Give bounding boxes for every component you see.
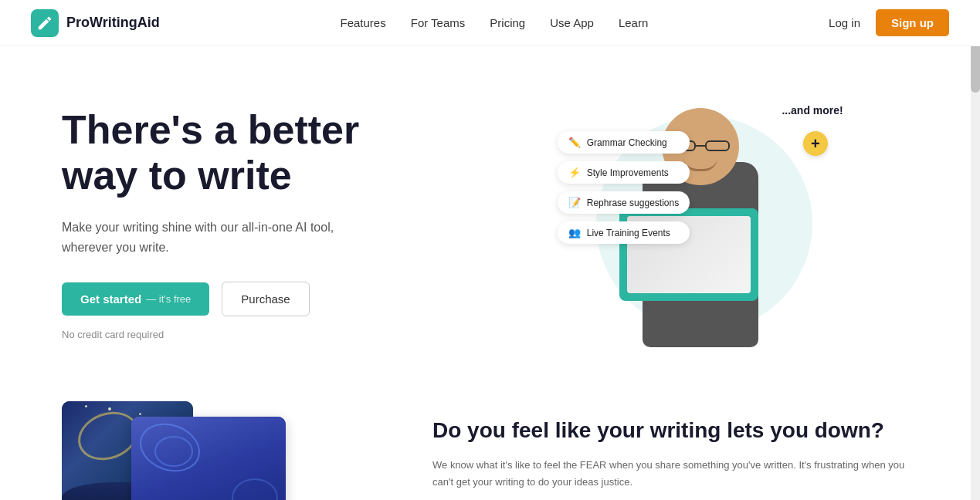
signup-button[interactable]: Sign up <box>876 9 949 36</box>
chip-rephrase-label: Rephrase suggestions <box>587 198 679 208</box>
style-icon: ⚡ <box>568 167 581 178</box>
chip-rephrase: 📝 Rephrase suggestions <box>558 191 690 214</box>
second-right: Do you feel like your writing lets you d… <box>432 401 918 492</box>
second-left: My idea in my head <box>62 401 371 500</box>
hero-title-line1: There's a better <box>62 107 359 152</box>
logo-icon <box>31 9 59 37</box>
nav-for-teams[interactable]: For Teams <box>411 16 466 29</box>
second-section: My idea in my head Do you feel like your… <box>0 386 980 500</box>
hero-buttons: Get started — it's free Purchase <box>62 282 490 316</box>
artwork-front: My idea in my head <box>131 417 286 500</box>
brand-name: ProWritingAid <box>66 15 160 31</box>
second-section-body: We know what it's like to feel the FEAR … <box>432 457 918 491</box>
rephrase-icon: 📝 <box>568 197 581 208</box>
hero-left: There's a better way to write Make your … <box>62 107 490 341</box>
chip-grammar: ✏️ Grammar Checking <box>558 131 690 154</box>
hero-illustration: ...and more! + ✏️ Grammar Checking ⚡ Sty… <box>490 93 919 355</box>
get-started-label: Get started <box>80 292 141 306</box>
chip-training: 👥 Live Training Events <box>558 221 690 244</box>
navbar: ProWritingAid Features For Teams Pricing… <box>0 0 980 46</box>
logo-area: ProWritingAid <box>31 9 160 37</box>
hero-title: There's a better way to write <box>62 107 490 200</box>
nav-features[interactable]: Features <box>341 16 386 29</box>
training-icon: 👥 <box>568 227 581 238</box>
grammar-icon: ✏️ <box>568 137 581 148</box>
no-credit-text: No credit card required <box>62 329 490 340</box>
artwork-stack: My idea in my head <box>62 401 324 500</box>
get-started-free-label: — it's free <box>146 293 191 305</box>
second-title-text: Do you feel like your writing lets you d… <box>432 418 884 442</box>
feature-chips: ✏️ Grammar Checking ⚡ Style Improvements… <box>558 131 690 244</box>
hero-image-container: ...and more! + ✏️ Grammar Checking ⚡ Sty… <box>558 100 851 347</box>
second-section-title: Do you feel like your writing lets you d… <box>432 417 918 444</box>
chip-grammar-label: Grammar Checking <box>587 137 667 148</box>
nav-learn[interactable]: Learn <box>619 16 648 29</box>
hero-title-line2: way to write <box>62 153 292 198</box>
purchase-button[interactable]: Purchase <box>222 282 309 316</box>
chip-style: ⚡ Style Improvements <box>558 161 690 184</box>
scrollbar-track[interactable] <box>971 0 980 500</box>
plus-badge: + <box>803 131 828 156</box>
hero-subtitle: Make your writing shine with our all-in-… <box>62 218 340 257</box>
hero-section: There's a better way to write Make your … <box>0 46 980 386</box>
nav-links: Features For Teams Pricing Use App Learn <box>341 16 649 29</box>
nav-pricing[interactable]: Pricing <box>490 16 525 29</box>
nav-use-app[interactable]: Use App <box>550 16 594 29</box>
chip-training-label: Live Training Events <box>587 228 670 238</box>
logo-svg <box>36 15 53 32</box>
get-started-button[interactable]: Get started — it's free <box>62 282 209 316</box>
and-more-text: ...and more! <box>782 104 843 117</box>
artwork-front-inner <box>131 417 286 500</box>
navbar-right: Log in Sign up <box>829 9 949 36</box>
login-link[interactable]: Log in <box>829 16 860 29</box>
chip-style-label: Style Improvements <box>587 167 669 178</box>
